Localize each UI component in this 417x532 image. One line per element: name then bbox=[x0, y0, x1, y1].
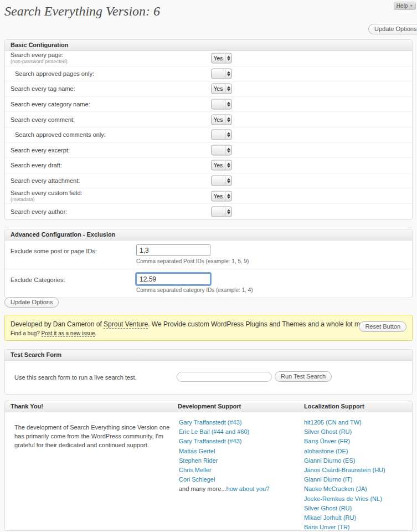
exclude-ids-row: Exclude some post or page IDs: Comma sep… bbox=[5, 241, 412, 269]
stepper-arrows-icon bbox=[225, 100, 231, 109]
development-support-list: Gary Traffanstedt (#43) Eric Le Bail (#4… bbox=[179, 418, 269, 494]
setting-label: Exclude Categories: bbox=[11, 277, 65, 283]
loc-support-link[interactable]: Mikael Jorhult (RU) bbox=[304, 514, 356, 521]
setting-row: Search every tag name: Yes bbox=[5, 81, 412, 97]
notice-line2: Find a bug? Post it as a new issue. bbox=[11, 330, 406, 336]
exclude-categories-input[interactable] bbox=[136, 273, 210, 285]
setting-label: Search every draft: bbox=[11, 162, 62, 168]
stepper-arrows-icon bbox=[225, 115, 231, 124]
update-options-button-bottom[interactable]: Update Options bbox=[4, 297, 59, 308]
update-options-button-top[interactable]: Update Options bbox=[368, 24, 417, 34]
stepper-arrows-icon bbox=[225, 69, 231, 78]
section-header: Advanced Configuration - Exclusion bbox=[5, 229, 412, 241]
section-header: Thank You! Development Support Localizat… bbox=[5, 401, 412, 412]
yes-no-select[interactable] bbox=[211, 68, 232, 79]
setting-row: Search approved pages only: bbox=[5, 66, 412, 82]
setting-row: Search every page: (non-password protect… bbox=[5, 51, 412, 66]
how-about-you-link[interactable]: how about you? bbox=[226, 485, 270, 492]
development-support-header: Development Support bbox=[178, 401, 241, 412]
dev-support-link[interactable]: Eric Le Bail (#44 and #60) bbox=[179, 428, 249, 435]
loc-support-link[interactable]: hit1205 (CN and TW) bbox=[304, 419, 362, 426]
setting-label: Search every attachment: bbox=[11, 178, 80, 184]
select-value: Yes bbox=[212, 115, 225, 124]
localization-support-list: hit1205 (CN and TW) Silver Ghost (RU) Ba… bbox=[304, 418, 385, 532]
reset-button[interactable]: Reset Button bbox=[359, 321, 406, 332]
dev-support-link[interactable]: Chris Meller bbox=[179, 467, 212, 473]
loc-support-link[interactable]: Silver Ghost (RU) bbox=[304, 505, 352, 511]
stepper-arrows-icon bbox=[225, 207, 231, 216]
loc-support-link[interactable]: Silver Ghost (RU) bbox=[304, 428, 352, 435]
run-test-search-button[interactable]: Run Test Search bbox=[275, 371, 332, 382]
stepper-arrows-icon bbox=[225, 161, 231, 170]
loc-support-link[interactable]: alohastone (DE) bbox=[304, 448, 348, 454]
select-value: Yes bbox=[212, 84, 225, 94]
dev-support-link[interactable]: Stephen Rider bbox=[179, 457, 218, 464]
setting-label: Search every page: (non-password protect… bbox=[11, 52, 68, 64]
exclude-post-ids-input[interactable] bbox=[136, 244, 210, 256]
loc-support-link[interactable]: Gianni Diurno (IT) bbox=[304, 476, 352, 483]
page-title: Search Everything Version: 6 bbox=[4, 4, 160, 19]
select-value: Yes bbox=[212, 54, 225, 63]
thank-you-paragraph: The development of Search Everything sin… bbox=[14, 423, 181, 449]
yes-no-select[interactable]: Yes bbox=[211, 114, 232, 125]
help-tab[interactable]: Help ▼ bbox=[394, 2, 416, 10]
select-value bbox=[212, 69, 225, 78]
stepper-arrows-icon bbox=[225, 84, 231, 94]
setting-sublabel: (non-password protected) bbox=[11, 59, 68, 64]
stepper-arrows-icon bbox=[225, 191, 231, 201]
setting-label: Search every custom field: (metadata) bbox=[11, 190, 83, 202]
notice-line1: Developed by Dan Cameron of Sprout Ventu… bbox=[11, 320, 406, 328]
sprout-venture-link[interactable]: Sprout Venture bbox=[104, 320, 148, 329]
yes-no-select[interactable]: Yes bbox=[211, 191, 232, 201]
setting-label: Search every comment: bbox=[11, 116, 75, 122]
select-value: Yes bbox=[212, 161, 225, 170]
report-bug-link[interactable]: Post it as a new issue bbox=[42, 330, 95, 337]
localization-support-header: Localization Support bbox=[304, 401, 364, 412]
setting-row: Search approved comments only: bbox=[5, 127, 412, 143]
yes-no-select[interactable]: Yes bbox=[211, 53, 232, 64]
setting-label: Search approved pages only: bbox=[15, 70, 94, 76]
setting-row: Search every comment: Yes bbox=[5, 112, 412, 127]
and-many-more-text: and many more... bbox=[179, 485, 226, 492]
yes-no-select[interactable]: Yes bbox=[211, 160, 232, 171]
test-search-form-section: Test Search Form Use this search form to… bbox=[4, 349, 413, 395]
select-value bbox=[212, 207, 225, 216]
loc-support-link[interactable]: Gianni Diurno (ES) bbox=[304, 457, 355, 464]
loc-support-link[interactable]: János Csárdi-Braunstein (HU) bbox=[304, 467, 385, 473]
setting-sublabel: (metadata) bbox=[11, 197, 83, 202]
stepper-arrows-icon bbox=[225, 176, 231, 186]
yes-no-select[interactable] bbox=[211, 176, 232, 186]
section-header: Test Search Form bbox=[5, 350, 412, 361]
setting-row: Search every excerpt: bbox=[5, 143, 412, 158]
help-label: Help bbox=[397, 3, 408, 9]
developer-notice: Developed by Dan Cameron of Sprout Ventu… bbox=[4, 315, 413, 341]
test-search-input[interactable] bbox=[177, 372, 272, 382]
helper-text: Comma separated Post IDs (example: 1, 5,… bbox=[136, 258, 412, 264]
loc-support-link[interactable]: Baris Unver (TR) bbox=[304, 524, 350, 530]
yes-no-select[interactable] bbox=[211, 130, 232, 140]
select-value bbox=[212, 145, 225, 155]
thank-you-section: Thank You! Development Support Localizat… bbox=[4, 401, 413, 531]
dev-support-link[interactable]: Cori Schlegel bbox=[179, 476, 215, 483]
yes-no-select[interactable]: Yes bbox=[211, 84, 232, 94]
helper-text: Comma separated category IDs (example: 1… bbox=[136, 287, 412, 293]
select-value bbox=[212, 130, 225, 140]
loc-support-link[interactable]: Naoko McCracken (JA) bbox=[304, 485, 367, 492]
dev-support-link[interactable]: Gary Traffanstedt (#43) bbox=[179, 419, 242, 426]
dev-support-link[interactable]: Matias Gertel bbox=[179, 448, 215, 454]
section-header: Basic Configuration bbox=[5, 40, 412, 51]
setting-label: Exclude some post or page IDs: bbox=[11, 248, 97, 254]
dev-support-link[interactable]: Gary Traffanstedt (#43) bbox=[179, 438, 242, 444]
yes-no-select[interactable] bbox=[211, 206, 232, 217]
yes-no-select[interactable] bbox=[211, 99, 232, 110]
test-form-description: Use this search form to run a live searc… bbox=[14, 374, 137, 381]
yes-no-select[interactable] bbox=[211, 145, 232, 155]
loc-support-link[interactable]: Joeke-Remkus de Vries (NL) bbox=[304, 495, 382, 502]
advanced-configuration-section: Advanced Configuration - Exclusion Exclu… bbox=[4, 229, 413, 298]
setting-label: Search every tag name: bbox=[11, 86, 75, 92]
setting-row: Search every author: bbox=[5, 204, 412, 219]
select-value: Yes bbox=[212, 191, 225, 201]
loc-support-link[interactable]: Barış Ünver (FR) bbox=[304, 438, 350, 444]
basic-configuration-section: Basic Configuration Search every page: (… bbox=[4, 39, 413, 220]
stepper-arrows-icon bbox=[225, 54, 231, 63]
